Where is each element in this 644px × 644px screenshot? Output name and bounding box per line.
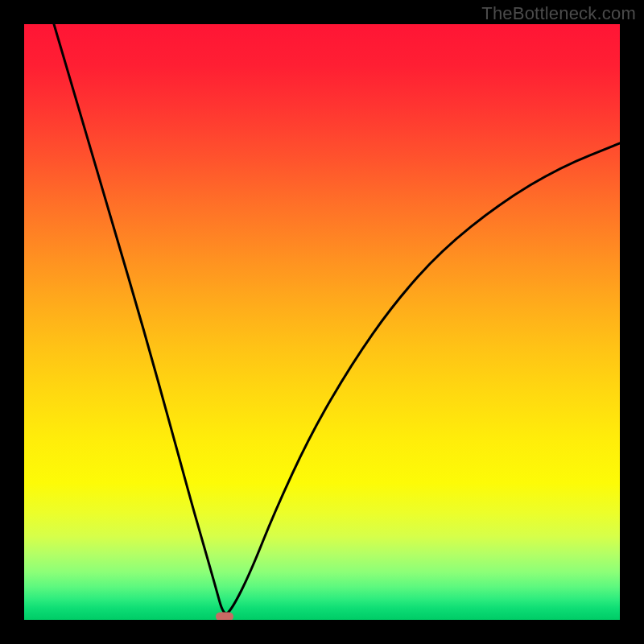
plot-area [24, 24, 620, 620]
minimum-marker [216, 613, 233, 621]
watermark-text: TheBottleneck.com [481, 3, 636, 24]
chart-canvas: TheBottleneck.com [0, 0, 644, 644]
curve-svg [24, 24, 620, 620]
curve-path [54, 24, 620, 613]
